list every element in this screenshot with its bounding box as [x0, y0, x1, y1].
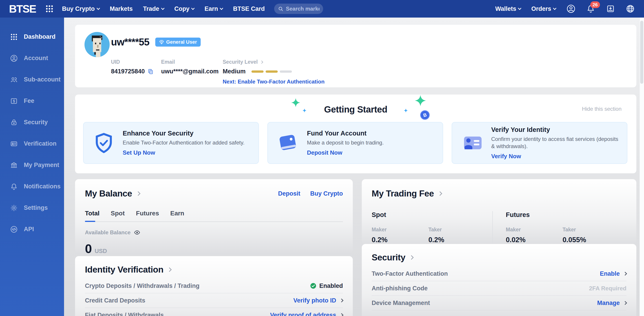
sidebar-item-api[interactable]: API	[0, 219, 64, 240]
futures-maker-fee: 0.02%	[506, 236, 562, 244]
email-block: Email uwu****@gmail.com	[161, 59, 223, 75]
btse-logo[interactable]: BTSE	[9, 3, 36, 15]
getting-started-section: B Getting Started Hide this section Enha…	[75, 95, 636, 173]
deposit-now-link[interactable]: Deposit Now	[307, 149, 342, 156]
card-description: Make a deposit to begin trading.	[307, 139, 384, 146]
my-trading-fee-title: My Trading Fee	[372, 189, 434, 199]
identity-verification-title: Identity Verification	[85, 265, 163, 275]
hide-section-button[interactable]: Hide this section	[582, 106, 622, 112]
balance-amount: 0	[85, 241, 92, 256]
sidebar-item-account[interactable]: Account	[0, 48, 64, 69]
gear-icon	[10, 204, 18, 212]
balance-currency: USD	[94, 248, 107, 255]
nav-earn[interactable]: Earn	[204, 6, 223, 12]
chevron-right-icon[interactable]	[438, 191, 442, 196]
sidebar-item-notifications[interactable]: Notifications	[0, 176, 64, 197]
nav-buy-crypto[interactable]: Buy Crypto	[62, 6, 100, 12]
notifications-bell-icon[interactable]: 26	[586, 4, 596, 14]
nav-copy[interactable]: Copy	[174, 6, 194, 12]
verify-photo-id-link[interactable]: Verify photo ID	[293, 297, 343, 304]
chevron-down-icon	[96, 6, 100, 10]
available-balance-label: Available Balance	[85, 229, 130, 236]
nav-markets[interactable]: Markets	[110, 6, 133, 12]
maker-label: Maker	[372, 227, 428, 233]
avatar	[84, 32, 110, 57]
gem-icon	[159, 39, 164, 45]
navbar-right: Wallets Orders 26	[495, 4, 635, 14]
security-level-label[interactable]: Security Level	[223, 59, 324, 65]
chevron-right-icon[interactable]	[136, 191, 140, 196]
getting-started-card-verify[interactable]: Verify Your Identity Confirm your identi…	[452, 122, 627, 164]
sidebar-item-security[interactable]: Security	[0, 112, 64, 133]
sidebar-item-my-payment[interactable]: My Payment	[0, 154, 64, 176]
scrollbar-thumb[interactable]	[640, 21, 643, 84]
download-app-icon[interactable]	[606, 4, 615, 14]
sidebar-item-dashboard[interactable]: Dashboard	[0, 26, 64, 48]
manage-devices-link[interactable]: Manage	[597, 299, 626, 306]
verify-now-link[interactable]: Verify Now	[491, 153, 521, 160]
fee-group-futures: Futures Maker0.02% Taker0.055%	[492, 211, 626, 244]
chevron-right-icon[interactable]	[167, 267, 172, 272]
apps-grid-icon[interactable]	[45, 4, 54, 13]
tab-total[interactable]: Total	[85, 210, 100, 217]
card-title: Verify Your Identity	[491, 126, 618, 133]
nav-btse-card[interactable]: BTSE Card	[233, 6, 265, 12]
market-search[interactable]	[274, 4, 323, 14]
uid-block: UID 8419725840	[111, 59, 161, 75]
bank-icon	[10, 161, 18, 169]
sidebar-item-verification[interactable]: Verification	[0, 133, 64, 154]
id-badge-icon	[461, 131, 484, 155]
nav-wallets[interactable]: Wallets	[495, 6, 521, 12]
getting-started-card-fund[interactable]: Fund Your Account Make a deposit to begi…	[268, 122, 443, 164]
username: uw****55	[111, 37, 150, 48]
bell-icon	[10, 183, 18, 191]
check-circle-icon	[310, 282, 316, 289]
set-up-now-link[interactable]: Set Up Now	[123, 149, 155, 156]
notification-count-badge: 26	[590, 1, 600, 8]
sidebar-item-settings[interactable]: Settings	[0, 197, 64, 219]
globe-language-icon[interactable]	[626, 4, 635, 14]
top-navbar: BTSE Buy Crypto Markets Trade Copy Earn …	[0, 0, 644, 18]
chevron-right-icon	[260, 60, 263, 63]
search-input[interactable]	[286, 6, 320, 12]
chevron-right-icon	[623, 272, 627, 276]
svg-text:$: $	[13, 99, 15, 103]
next-step-link[interactable]: Next: Enable Two-Factor Authentication	[223, 79, 324, 85]
tab-futures[interactable]: Futures	[136, 210, 159, 217]
deposit-link[interactable]: Deposit	[278, 190, 300, 197]
fee-group-spot: Spot Maker0.2% Taker0.2%	[372, 211, 492, 244]
getting-started-card-security[interactable]: Enhance Your Security Enable Two-Factor …	[83, 122, 259, 164]
buy-crypto-link[interactable]: Buy Crypto	[310, 190, 343, 197]
security-level-value: Medium	[223, 68, 246, 75]
my-balance-section: My Balance Deposit Buy Crypto Total Spot…	[75, 179, 353, 253]
enable-2fa-link[interactable]: Enable	[600, 270, 626, 277]
user-icon[interactable]	[566, 4, 576, 14]
chevron-right-icon	[623, 301, 627, 305]
sidebar-item-sub-account[interactable]: Sub-account	[0, 69, 64, 90]
balance-tabs: Total Spot Futures Earn	[85, 210, 343, 222]
apps-grid-icon	[10, 33, 18, 41]
nav-trade[interactable]: Trade	[143, 6, 164, 12]
getting-started-title: Getting Started	[75, 104, 636, 115]
lock-icon	[10, 118, 18, 126]
row-anti-phishing: Anti-phishing Code 2FA Required	[372, 281, 626, 296]
chevron-down-icon	[161, 6, 164, 10]
my-balance-title: My Balance	[85, 189, 132, 199]
status-badge: Enabled	[310, 282, 343, 289]
eye-icon[interactable]	[134, 229, 140, 236]
row-two-factor: Two-Factor Authentication Enable	[372, 266, 626, 281]
card-title: Enhance Your Security	[123, 130, 244, 137]
scrollbar-track[interactable]	[640, 18, 644, 316]
tab-spot[interactable]: Spot	[111, 210, 125, 217]
tab-earn[interactable]: Earn	[170, 210, 184, 217]
chevron-right-icon[interactable]	[409, 255, 414, 260]
security-level-block: Security Level Medium Next: Enable Two-F…	[223, 59, 324, 85]
sidebar-item-fee[interactable]: $ Fee	[0, 90, 64, 112]
nav-orders[interactable]: Orders	[531, 6, 556, 12]
main-nav: Buy Crypto Markets Trade Copy Earn BTSE …	[62, 6, 265, 12]
profile-card: uw****55 General User UID 8419725840 Ema…	[75, 25, 636, 87]
anti-phishing-status: 2FA Required	[589, 285, 626, 292]
row-credit-card-deposits: Credit Card Deposits Verify photo ID	[85, 293, 343, 308]
copy-icon[interactable]	[148, 68, 154, 75]
verify-proof-of-address-link[interactable]: Verify proof of address	[270, 312, 343, 316]
